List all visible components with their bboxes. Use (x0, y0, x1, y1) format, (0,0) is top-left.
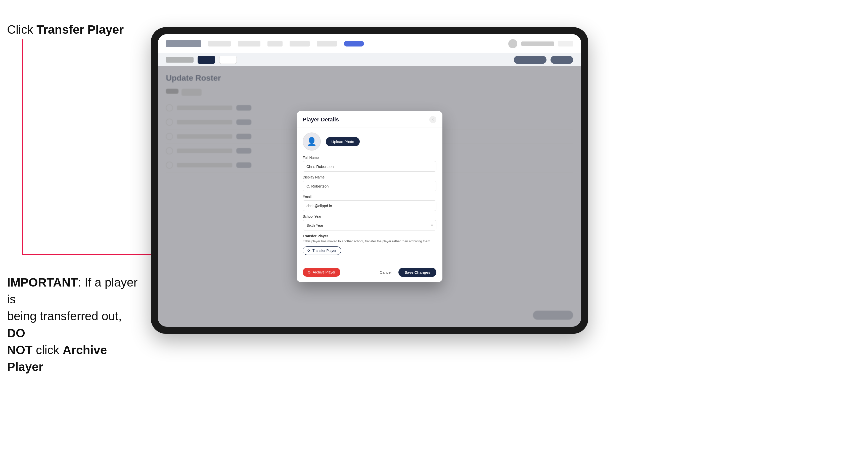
archive-btn-label: Archive Player (313, 270, 335, 274)
email-input[interactable] (303, 200, 436, 211)
instruction-transfer-bold: Transfer Player (36, 23, 124, 36)
school-year-select-wrapper: First Year Second Year Third Year Fourth… (303, 220, 436, 230)
main-content: Update Roster (158, 66, 581, 327)
modal-body: 👤 Upload Photo Full Name Display Name (297, 127, 442, 264)
do-not-label: DONOT (7, 326, 32, 357)
full-name-group: Full Name (303, 156, 436, 172)
school-year-select[interactable]: First Year Second Year Third Year Fourth… (303, 220, 436, 230)
important-label: IMPORTANT (7, 276, 78, 289)
modal-footer: ⊘ Archive Player Cancel Save Changes (297, 264, 442, 282)
app-bar (158, 34, 581, 53)
app-bar-text (521, 41, 554, 46)
instruction-prefix: Click (7, 23, 36, 36)
avatar-circle: 👤 (303, 132, 321, 151)
app-logo (166, 40, 201, 47)
transfer-btn-label: Transfer Player (312, 249, 336, 253)
cancel-button[interactable]: Cancel (376, 268, 396, 277)
email-label: Email (303, 195, 436, 199)
save-changes-button[interactable]: Save Changes (398, 268, 436, 277)
nav-item-roster-active[interactable] (344, 41, 364, 46)
archive-player-button[interactable]: ⊘ Archive Player (303, 268, 340, 277)
app-bar-right (508, 39, 573, 48)
transfer-icon: ⟳ (307, 249, 310, 253)
instruction-top: Click Transfer Player (7, 23, 124, 36)
school-year-group: School Year First Year Second Year Third… (303, 214, 436, 230)
display-name-label: Display Name (303, 175, 436, 179)
avatar-icon: 👤 (307, 137, 317, 146)
display-name-group: Display Name (303, 175, 436, 191)
transfer-section-label: Transfer Player (303, 234, 436, 238)
sub-bar (158, 53, 581, 66)
archive-icon: ⊘ (308, 270, 311, 274)
transfer-player-button[interactable]: ⟳ Transfer Player (303, 246, 341, 255)
app-bar-extra (558, 41, 573, 46)
instruction-bottom: IMPORTANT: If a player isbeing transferr… (7, 274, 138, 375)
close-icon: × (432, 117, 434, 122)
school-year-label: School Year (303, 214, 436, 218)
tab-archive[interactable] (219, 56, 237, 64)
full-name-input[interactable] (303, 161, 436, 172)
app-bar-avatar (508, 39, 517, 48)
modal-header: Player Details × (297, 111, 442, 127)
upload-photo-button[interactable]: Upload Photo (326, 137, 360, 146)
archive-player-suffix: click (32, 343, 63, 357)
display-name-input[interactable] (303, 181, 436, 191)
tablet-device: Update Roster (151, 27, 588, 334)
transfer-section-description: If this player has moved to another scho… (303, 239, 436, 244)
transfer-player-section: Transfer Player If this player has moved… (303, 234, 436, 255)
modal-overlay: Player Details × 👤 Upload Photo (158, 66, 581, 327)
modal-title: Player Details (303, 116, 339, 123)
nav-item-tournaments[interactable] (238, 41, 260, 46)
sub-extra-btn[interactable] (551, 56, 573, 64)
filter-label-item (166, 57, 193, 63)
player-details-modal: Player Details × 👤 Upload Photo (297, 111, 442, 282)
nav-item-teams[interactable] (268, 41, 283, 46)
sub-add-player-btn[interactable] (514, 56, 547, 64)
nav-item-schedule[interactable] (289, 41, 310, 46)
nav-item-dashboard[interactable] (208, 41, 231, 46)
nav-item-addons[interactable] (317, 41, 337, 46)
tablet-screen: Update Roster (158, 34, 581, 327)
full-name-label: Full Name (303, 156, 436, 160)
photo-upload-row: 👤 Upload Photo (303, 132, 436, 151)
modal-close-button[interactable]: × (429, 116, 436, 123)
annotation-line-vertical (22, 39, 23, 255)
sub-bar-right (514, 56, 573, 64)
tab-active[interactable] (197, 56, 215, 64)
email-group: Email (303, 195, 436, 211)
